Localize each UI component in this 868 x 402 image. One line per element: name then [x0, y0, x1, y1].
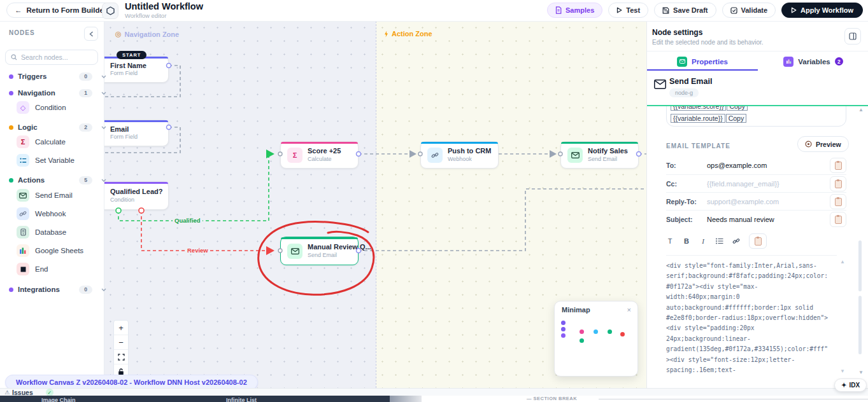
validate-button[interactable]: Validate [722, 3, 776, 18]
scroll-up-icon[interactable]: ▲ [840, 259, 845, 265]
idx-button[interactable]: ✦ IDX [834, 378, 867, 392]
minimap-panel[interactable]: Minimap × [554, 301, 638, 377]
panel-scrollbar-thumb[interactable] [858, 296, 862, 354]
sidebar-item-calculate[interactable]: Σ Calculate [0, 135, 120, 148]
scroll-down-icon[interactable]: ▼ [840, 368, 845, 374]
bold-button[interactable]: B [683, 237, 690, 245]
field-label: To: [666, 162, 707, 169]
zoom-in-button[interactable]: + [114, 321, 128, 335]
sidebar-item-webhook[interactable]: Webhook [0, 207, 120, 220]
fit-view-button[interactable] [114, 350, 128, 364]
email-field-cc[interactable]: Cc: {{field.manager_email}} [666, 174, 846, 193]
dock-tab[interactable]: Image Chain [41, 397, 76, 402]
minimap-node-dot [580, 329, 584, 334]
sidebar-item-database[interactable]: Database [0, 226, 120, 239]
tab-properties[interactable]: Properties [647, 52, 758, 71]
apply-workflow-button[interactable]: Apply Workflow [781, 3, 863, 18]
clipboard-button[interactable] [830, 176, 846, 191]
test-label: Test [626, 6, 640, 14]
item-label: Set Variable [35, 156, 75, 164]
node-title: Score +25 [308, 147, 341, 156]
sidebar-item-condition[interactable]: ◇ Condition [0, 101, 120, 114]
save-draft-button[interactable]: Save Draft [654, 3, 716, 18]
navigation-zone-label: ◎ Navigation Zone [115, 30, 179, 38]
edge-label-qualified: Qualified [173, 217, 203, 224]
search-nodes-input[interactable]: Search nodes... [5, 50, 98, 65]
canvas-controls: + − [113, 320, 129, 379]
email-field-subject[interactable]: Subject: Needs manual review [666, 210, 846, 228]
clipboard-button[interactable] [830, 158, 846, 173]
sidebar-category-integrations[interactable]: Integrations 0 [0, 283, 113, 296]
node-manual-review[interactable]: Manual Review Q... Send Email [280, 237, 359, 265]
variable-token: {{variable.route}} [671, 114, 725, 123]
app-logo [102, 3, 118, 19]
clipboard-icon [835, 216, 842, 224]
email-field-to[interactable]: To: ops@example.com [666, 156, 846, 174]
minimap-node-dot [561, 321, 566, 325]
page-rule [599, 399, 868, 399]
preview-button[interactable]: Preview [797, 136, 849, 152]
tab-variables[interactable]: Variables 2 [758, 52, 868, 71]
clipboard-icon [835, 180, 842, 188]
panel-scroll-area[interactable]: {{variable.score}}Copy {{variable.route}… [647, 106, 868, 388]
node-subtitle: Send Email [588, 156, 628, 163]
list-button[interactable] [716, 238, 723, 244]
sidebar-category-navigation[interactable]: Navigation 1 [0, 87, 113, 99]
copy-button[interactable]: Copy [726, 114, 747, 123]
test-button[interactable]: Test [608, 3, 648, 18]
link-icon [17, 207, 29, 220]
panel-scroll-down-icon[interactable]: ▼ [858, 370, 864, 375]
samples-button[interactable]: Samples [547, 3, 602, 18]
variables-icon [783, 57, 793, 67]
close-icon[interactable]: × [627, 306, 631, 314]
item-label: Send Email [35, 191, 73, 199]
hexagon-icon [106, 6, 115, 15]
start-badge: START [117, 51, 146, 59]
sidebar-category-triggers[interactable]: Triggers 0 [0, 70, 113, 83]
panel-toggle-button[interactable] [844, 28, 861, 45]
html-code-editor[interactable]: <div style="font-family:Inter,Arial,sans… [666, 255, 837, 388]
sidebar-item-google-sheets[interactable]: Google Sheets [0, 244, 120, 257]
toolbar-actions: Samples Test Save Draft Validate Apply W… [547, 3, 863, 18]
insert-template-button[interactable] [749, 233, 767, 249]
save-draft-label: Save Draft [673, 6, 708, 14]
dock-tab[interactable]: Infinite List [226, 397, 257, 402]
chevron-down-icon [101, 126, 106, 129]
condition-icon: ◇ [17, 101, 29, 114]
database-icon [17, 226, 29, 239]
sidebar-item-set-variable[interactable]: Set Variable [0, 154, 120, 167]
sidebar-item-send-email[interactable]: Send Email [0, 189, 120, 202]
envelope-icon [17, 189, 29, 202]
sidebar-category-actions[interactable]: Actions 5 [0, 174, 113, 186]
sidebar-category-logic[interactable]: Logic 2 [0, 121, 113, 134]
node-notify-sales[interactable]: Notify Sales Send Email [560, 141, 639, 169]
panel-scroll-up-icon[interactable]: ▲ [858, 107, 864, 113]
item-label: Calculate [35, 138, 66, 146]
copy-button[interactable]: Copy [727, 106, 748, 111]
sidebar-item-end[interactable]: End [0, 263, 120, 275]
underlying-page-strip: Image Chain Infinite List — SECTION BREA… [0, 396, 868, 402]
envelope-icon [287, 244, 302, 259]
text-format-button[interactable]: T [666, 237, 674, 245]
node-title: First Name [110, 62, 146, 71]
link-button[interactable] [732, 237, 740, 245]
sidebar-collapse-button[interactable] [84, 27, 98, 41]
node-push-to-crm[interactable]: Push to CRM Webhook [420, 141, 499, 169]
zoom-out-button[interactable]: − [114, 335, 128, 350]
node-score[interactable]: Σ Score +25 Calculate [280, 141, 359, 169]
italic-button[interactable]: I [699, 237, 707, 245]
check-square-icon [730, 7, 737, 14]
return-to-form-builder-button[interactable]: ← Return to Form Builder [6, 3, 115, 18]
field-value: Needs manual review [707, 216, 774, 223]
link-icon [427, 148, 443, 163]
clipboard-button[interactable] [830, 194, 846, 209]
node-subtitle: Calculate [308, 156, 341, 163]
category-dot [9, 178, 13, 183]
clipboard-button[interactable] [830, 212, 846, 227]
sigma-icon: Σ [287, 148, 302, 163]
validate-label: Validate [741, 6, 768, 14]
panel-scrollbar-thumb[interactable] [858, 240, 862, 291]
node-first-name[interactable]: First Name Form Field [104, 56, 169, 83]
email-field-reply-to[interactable]: Reply-To: support@example.com [666, 192, 846, 211]
zone-divider [376, 21, 376, 388]
